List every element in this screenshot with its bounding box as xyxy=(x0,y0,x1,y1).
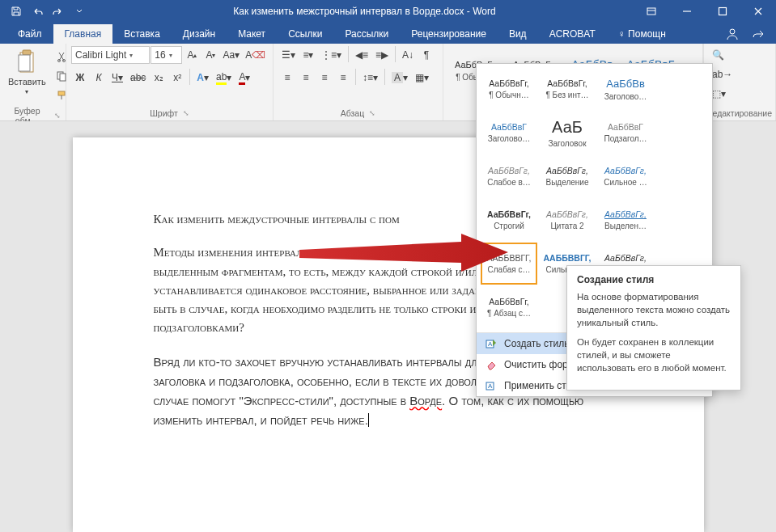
svg-point-2 xyxy=(730,29,735,34)
bold-button[interactable]: Ж xyxy=(71,69,89,87)
tab-design[interactable]: Дизайн xyxy=(172,24,227,44)
shading-icon[interactable]: A▾ xyxy=(388,69,411,87)
titlebar: Как изменить межстрочный интервал в Ворд… xyxy=(0,0,776,23)
style-tile[interactable]: АаБЗаголовок xyxy=(539,112,596,154)
style-tile[interactable]: АаБбВвГЗаголово… xyxy=(481,112,537,154)
account-icon[interactable] xyxy=(721,24,744,44)
font-color-icon[interactable]: A▾ xyxy=(235,69,253,87)
clear-format-icon[interactable]: A⌫ xyxy=(243,46,268,64)
group-paragraph: ☰▾ ≡▾ ⋮≡▾ ◀≡ ≡▶ A↓ ¶ ≡ ≡ ≡ ≡ ↕≡▾ A▾ ▦▾ xyxy=(274,44,443,120)
tooltip-text: Он будет сохранен в коллекции стилей, и … xyxy=(577,336,731,374)
multilevel-icon[interactable]: ⋮≡▾ xyxy=(318,46,345,64)
shrink-font-icon[interactable]: A▾ xyxy=(201,46,219,64)
tooltip-text: На основе форматирования выделенного тек… xyxy=(577,290,731,329)
text-effects-icon[interactable]: A▾ xyxy=(193,69,212,87)
window-title: Как изменить межстрочный интервал в Ворд… xyxy=(95,6,634,17)
style-tile[interactable]: АаБбВвГг,¶ Обычн… xyxy=(481,68,537,110)
style-tile[interactable]: АаБбВвГг,Слабое в… xyxy=(481,155,537,197)
highlight-icon[interactable]: ab▾ xyxy=(213,69,235,87)
numbering-icon[interactable]: ≡▾ xyxy=(299,46,317,64)
editing-label: Редактирование xyxy=(707,108,772,118)
subscript-button[interactable]: x₂ xyxy=(150,69,167,87)
style-tile[interactable]: АаБбВвГг,Цитата 2 xyxy=(539,199,596,241)
share-icon[interactable] xyxy=(747,24,770,44)
style-tile[interactable]: АаБбВвГг,¶ Абзац с… xyxy=(481,286,537,328)
group-font: Calibri Light▾ 16▾ A▴ A▾ Aa▾ A⌫ Ж К Ч▾ a… xyxy=(66,44,274,120)
font-dialog-icon[interactable]: ⤡ xyxy=(183,109,189,117)
paste-button[interactable]: Вставить ▾ xyxy=(5,46,49,99)
svg-rect-10 xyxy=(58,91,65,95)
grow-font-icon[interactable]: A▴ xyxy=(183,46,201,64)
style-tile[interactable]: АаБбВвГПодзагол… xyxy=(597,112,654,154)
save-icon[interactable] xyxy=(6,2,26,21)
style-tile[interactable]: АаБбВвГг,Строгий xyxy=(481,199,537,241)
sort-icon[interactable]: A↓ xyxy=(399,46,417,64)
tab-references[interactable]: Ссылки xyxy=(277,24,333,44)
justify-icon[interactable]: ≡ xyxy=(334,69,352,87)
style-tile[interactable]: АаБбВвГг,Выделение xyxy=(539,155,596,197)
strikethrough-button[interactable]: abc xyxy=(127,69,149,87)
qat-dropdown-icon[interactable] xyxy=(70,2,89,21)
quick-access-toolbar xyxy=(0,2,95,21)
create-style-icon: A xyxy=(485,337,498,350)
tooltip: Создание стиля На основе форматирования … xyxy=(566,265,741,391)
svg-rect-4 xyxy=(23,50,31,55)
tab-mailings[interactable]: Рассылки xyxy=(333,24,400,44)
tell-me-input[interactable]: ♀ Помощн xyxy=(607,24,677,44)
line-spacing-icon[interactable]: ↕≡▾ xyxy=(359,69,381,87)
clipboard-dialog-icon[interactable]: ⤡ xyxy=(54,112,61,120)
group-clipboard: Вставить ▾ Буфер обм…⤡ xyxy=(0,44,66,120)
tab-view[interactable]: Вид xyxy=(498,24,538,44)
text-cursor xyxy=(368,413,369,427)
paragraph-dialog-icon[interactable]: ⤡ xyxy=(369,109,375,117)
undo-icon[interactable] xyxy=(28,2,47,21)
show-marks-icon[interactable]: ¶ xyxy=(418,46,435,64)
tab-layout[interactable]: Макет xyxy=(227,24,277,44)
redo-icon[interactable] xyxy=(49,2,68,21)
borders-icon[interactable]: ▦▾ xyxy=(412,69,432,87)
svg-rect-0 xyxy=(647,8,655,15)
increase-indent-icon[interactable]: ≡▶ xyxy=(372,46,392,64)
group-editing: 🔍 ab→ ⬚▾ Редактирование xyxy=(703,44,776,120)
find-icon[interactable]: 🔍 xyxy=(709,46,774,64)
select-icon[interactable]: ⬚▾ xyxy=(709,85,774,103)
tab-acrobat[interactable]: ACROBAT xyxy=(538,24,607,44)
tab-file[interactable]: Файл xyxy=(6,24,53,44)
style-tile[interactable]: АаБбВвГг,Сильное … xyxy=(597,155,654,197)
font-family-combo[interactable]: Calibri Light▾ xyxy=(71,46,150,64)
style-tile[interactable]: ААББВВГГ,Слабая с… xyxy=(481,243,537,285)
replace-icon[interactable]: ab→ xyxy=(709,65,774,83)
align-center-icon[interactable]: ≡ xyxy=(297,69,315,87)
svg-rect-1 xyxy=(719,8,727,15)
clear-formatting-label: Очистить фор xyxy=(504,359,568,370)
tooltip-title: Создание стиля xyxy=(577,274,731,285)
bullets-icon[interactable]: ☰▾ xyxy=(278,46,299,64)
minimize-icon[interactable] xyxy=(669,0,705,23)
svg-text:A: A xyxy=(488,382,493,390)
style-tile[interactable]: АаБбВвГг,¶ Без инт… xyxy=(539,68,596,110)
superscript-button[interactable]: x² xyxy=(168,69,186,87)
maximize-icon[interactable] xyxy=(705,0,740,23)
font-size-combo[interactable]: 16▾ xyxy=(151,46,182,64)
paste-icon xyxy=(14,49,40,75)
align-left-icon[interactable]: ≡ xyxy=(278,69,296,87)
close-icon[interactable] xyxy=(740,0,776,23)
change-case-icon[interactable]: Aa▾ xyxy=(220,46,242,64)
underline-button[interactable]: Ч▾ xyxy=(108,69,126,87)
ribbon-tabs: Файл Главная Вставка Дизайн Макет Ссылки… xyxy=(0,23,776,44)
italic-button[interactable]: К xyxy=(90,69,108,87)
style-tile[interactable]: АаБбВвГг,Выделен… xyxy=(597,199,654,241)
spellcheck-error[interactable]: Ворде xyxy=(409,394,442,407)
ribbon-options-icon[interactable] xyxy=(634,0,669,23)
align-right-icon[interactable]: ≡ xyxy=(316,69,333,87)
paragraph-label: Абзац xyxy=(341,108,364,118)
svg-rect-9 xyxy=(60,74,66,81)
tab-insert[interactable]: Вставка xyxy=(112,24,172,44)
decrease-indent-icon[interactable]: ◀≡ xyxy=(352,46,371,64)
style-tile[interactable]: АаБбВвЗаголово… xyxy=(597,68,654,110)
tab-review[interactable]: Рецензирование xyxy=(400,24,498,44)
svg-text:A: A xyxy=(488,340,493,348)
eraser-icon xyxy=(485,358,498,371)
apply-styles-icon: A xyxy=(485,379,498,392)
tab-home[interactable]: Главная xyxy=(53,24,113,44)
